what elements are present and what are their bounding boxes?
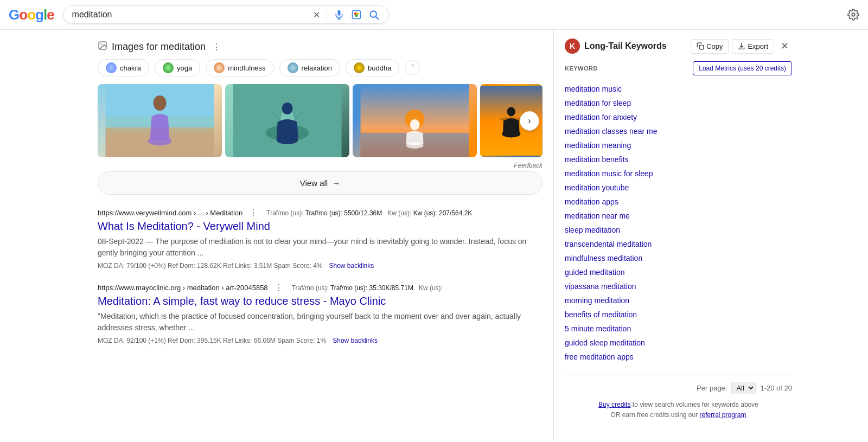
search-result-1: https://www.verywellmind.com › ... › Med… (98, 208, 542, 270)
mic-icon (334, 9, 344, 20)
yoga-pill-img (163, 62, 174, 73)
panel-close-button[interactable]: ✕ (777, 39, 792, 53)
copy-button[interactable]: Copy (691, 39, 729, 54)
keyword-item[interactable]: guided sleep meditation (565, 336, 792, 350)
load-metrics-button[interactable]: Load Metrics (uses 20 credits) (693, 61, 792, 75)
right-panel: K Long-Tail Keywords Copy Export (553, 30, 803, 441)
pill-yoga[interactable]: yoga (155, 59, 200, 76)
result-1-title[interactable]: What Is Meditation? - Verywell Mind (98, 220, 542, 233)
svg-line-8 (375, 17, 378, 20)
keyword-item[interactable]: mindfulness meditation (565, 251, 792, 265)
keyword-item[interactable]: meditation youtube (565, 181, 792, 195)
pill-buddha[interactable]: buddha (346, 59, 399, 76)
svg-rect-30 (699, 45, 704, 49)
svg-point-28 (507, 107, 515, 116)
result-2-traf: Traf/mo (us): Traf/mo (us): 35.30K/85.71… (292, 284, 443, 292)
keyword-item[interactable]: free meditation apps (565, 350, 792, 364)
category-pills: chakra yoga mindfulness relaxation buddh… (98, 59, 542, 76)
image-next-button[interactable]: › (520, 111, 539, 131)
meditation-figure-1 (98, 84, 222, 157)
keyword-item[interactable]: meditation benefits (565, 152, 792, 166)
images-section: Images for meditation ⋮ chakra yoga mind… (98, 41, 542, 195)
gear-icon (847, 9, 859, 21)
buddha-pill-img (354, 62, 365, 73)
keyword-item[interactable]: meditation for sleep (565, 96, 792, 110)
buddha-label: buddha (368, 64, 391, 72)
keyword-item[interactable]: meditation apps (565, 195, 792, 209)
search-input[interactable] (72, 10, 309, 20)
keyword-item[interactable]: meditation for anxiety (565, 110, 792, 124)
search-bar: ✕ (63, 5, 388, 24)
result-2-more-icon[interactable]: ⋮ (275, 283, 283, 293)
meditation-image-1[interactable] (98, 84, 222, 157)
keyword-item[interactable]: meditation meaning (565, 138, 792, 152)
svg-point-11 (100, 43, 101, 44)
keyword-item[interactable]: sleep meditation (565, 223, 792, 237)
result-1-backlinks[interactable]: Show backlinks (329, 262, 374, 270)
meditation-figure-3 (353, 84, 477, 157)
credits-text: Buy credits to view search volumes for k… (565, 400, 792, 420)
copy-label: Copy (706, 42, 723, 50)
keyword-item[interactable]: benefits of meditation (565, 308, 792, 322)
result-1-meta: MOZ DA: 79/100 (+0%) Ref Dom: 128.62K Re… (98, 262, 542, 270)
keyword-item[interactable]: meditation music (565, 82, 792, 96)
result-1-traf: Traf/mo (us): Traf/mo (us): 5500/12.36M … (266, 209, 472, 217)
view-all-button[interactable]: View all → (98, 171, 542, 195)
search-bar-icons: ✕ (313, 9, 379, 20)
svg-point-15 (154, 95, 167, 111)
keyword-item[interactable]: vipassana meditation (565, 279, 792, 293)
images-more-icon[interactable]: ⋮ (212, 42, 221, 52)
lens-button[interactable] (351, 9, 362, 20)
images-header: Images for meditation ⋮ (98, 41, 542, 53)
export-button[interactable]: Export (732, 39, 774, 54)
per-page-row: Per page: All 10 20 50 1-20 of 20 (565, 382, 792, 394)
search-button[interactable] (368, 9, 379, 20)
keyword-item[interactable]: meditation near me (565, 209, 792, 223)
pill-chakra[interactable]: chakra (98, 59, 149, 76)
keyword-item[interactable]: meditation classes near me (565, 124, 792, 138)
keyword-item[interactable]: transcendental meditation (565, 237, 792, 251)
result-2-backlinks[interactable]: Show backlinks (333, 337, 378, 344)
meditation-image-2[interactable] (225, 84, 349, 157)
credits-text-2: OR earn free credits using our (610, 411, 699, 419)
export-label: Export (748, 42, 768, 50)
credits-text-1: to view search volumes for keywords abov… (633, 401, 758, 408)
per-page-label: Per page: (697, 384, 727, 392)
left-content: Images for meditation ⋮ chakra yoga mind… (0, 30, 553, 441)
panel-logo: K (565, 39, 580, 54)
pagination-text: 1-20 of 20 (760, 384, 792, 392)
keyword-list: meditation music meditation for sleep me… (565, 82, 792, 364)
pill-mindfulness[interactable]: mindfulness (206, 59, 273, 76)
pills-chevron-btn[interactable]: ˅ (405, 60, 420, 75)
settings-button[interactable] (847, 9, 859, 21)
image-grid-container: › (98, 84, 542, 157)
keyword-item[interactable]: morning meditation (565, 293, 792, 308)
result-2-title[interactable]: Meditation: A simple, fast way to reduce… (98, 295, 542, 308)
mindfulness-label: mindfulness (228, 64, 265, 72)
referral-program-link[interactable]: referral program (700, 411, 746, 419)
main-layout: Images for meditation ⋮ chakra yoga mind… (0, 30, 868, 441)
keyword-column-label: KEYWORD (565, 65, 598, 72)
result-1-more-icon[interactable]: ⋮ (249, 208, 258, 218)
panel-footer: Per page: All 10 20 50 1-20 of 20 Buy cr… (565, 375, 792, 420)
panel-title-area: K Long-Tail Keywords (565, 39, 667, 54)
search-icon (368, 9, 379, 20)
per-page-select[interactable]: All 10 20 50 (731, 382, 756, 394)
buy-credits-link[interactable]: Buy credits (598, 401, 630, 408)
svg-point-24 (410, 119, 420, 130)
result-2-meta: MOZ DA: 92/100 (+1%) Ref Dom: 395.15K Re… (98, 337, 542, 344)
result-1-url-line: https://www.verywellmind.com › ... › Med… (98, 208, 542, 218)
images-header-icon (98, 41, 107, 53)
keyword-item[interactable]: meditation music for sleep (565, 166, 792, 181)
meditation-image-3[interactable] (353, 84, 477, 157)
pill-relaxation[interactable]: relaxation (279, 59, 340, 76)
keyword-item[interactable]: 5 minute meditation (565, 322, 792, 336)
svg-point-9 (852, 13, 855, 16)
svg-rect-0 (337, 10, 340, 16)
mic-button[interactable] (334, 9, 344, 20)
clear-button[interactable]: ✕ (313, 10, 320, 20)
keyword-item[interactable]: guided meditation (565, 265, 792, 279)
download-icon (738, 42, 745, 50)
svg-point-16 (148, 137, 172, 145)
result-1-snippet: 08-Sept-2022 — The purpose of meditation… (98, 236, 542, 259)
